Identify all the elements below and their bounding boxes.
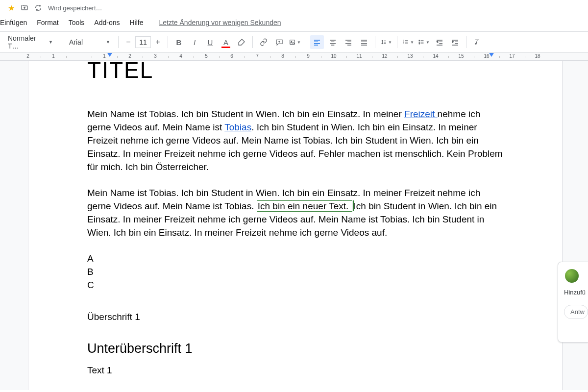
insert-link-button[interactable]	[257, 35, 270, 49]
comment-action-label: Hinzufü	[564, 289, 588, 296]
font-size-increase[interactable]: +	[152, 36, 164, 48]
decrease-indent-button[interactable]	[433, 35, 446, 49]
highlight-button[interactable]	[235, 35, 248, 49]
align-center-button[interactable]	[326, 35, 340, 49]
bold-button[interactable]: B	[172, 35, 186, 49]
sync-icon	[34, 4, 42, 12]
svg-point-7	[419, 43, 420, 44]
menu-help[interactable]: Hilfe	[129, 19, 143, 26]
clear-formatting-button[interactable]	[470, 35, 484, 49]
svg-point-6	[419, 42, 420, 43]
bulleted-list-button[interactable]: ▼	[417, 35, 431, 49]
body-text[interactable]: Text 1	[87, 365, 503, 376]
separator	[252, 36, 253, 48]
paragraph-2[interactable]: Mein Name ist Tobias. Ich bin Student in…	[87, 187, 503, 240]
suggestion-text[interactable]: Ich bin ein neuer Text.	[257, 200, 352, 212]
heading-eyebrow[interactable]: Überschrift 1	[87, 312, 503, 322]
line-spacing-button[interactable]: ▼	[379, 35, 393, 49]
paragraph-style-dropdown[interactable]: Normaler T… ▼	[4, 35, 57, 49]
toolbar: Normaler T… ▼ Arial ▼ − + B I U A ▼	[0, 31, 588, 53]
list-item: A	[87, 252, 503, 266]
separator	[375, 36, 375, 48]
add-comment-button[interactable]	[272, 35, 286, 49]
last-change-link[interactable]: Letzte Änderung vor wenigen Sekunden	[159, 19, 281, 26]
chevron-down-icon: ▼	[426, 40, 430, 45]
font-size-decrease[interactable]: −	[122, 36, 134, 48]
save-status: Wird gespeichert…	[48, 4, 102, 12]
font-family-dropdown[interactable]: Arial ▼	[65, 35, 114, 49]
font-size-input[interactable]	[135, 36, 151, 48]
avatar	[564, 268, 580, 284]
align-left-button[interactable]	[310, 35, 324, 49]
title-bar: ★ Wird gespeichert…	[0, 0, 588, 16]
menu-tools[interactable]: Tools	[69, 19, 85, 26]
chevron-down-icon: ▼	[297, 40, 301, 45]
link-freizeit[interactable]: Freizeit	[404, 109, 438, 119]
chevron-down-icon: ▼	[49, 40, 53, 45]
star-icon[interactable]: ★	[8, 3, 15, 13]
separator	[118, 36, 119, 48]
chevron-down-icon: ▼	[410, 40, 414, 45]
font-size-group: − +	[122, 36, 164, 48]
font-family-label: Arial	[69, 38, 83, 46]
comment-card[interactable]: Hinzufü Antw	[558, 262, 588, 343]
list-item: C	[87, 279, 503, 292]
menu-format[interactable]: Format	[37, 19, 58, 26]
chevron-down-icon: ▼	[388, 40, 392, 45]
menu-bar: Einfügen Format Tools Add-ons Hilfe Letz…	[0, 16, 588, 31]
separator	[61, 36, 61, 48]
separator	[466, 36, 466, 48]
paragraph-1[interactable]: Mein Name ist Tobias. Ich bin Student in…	[87, 108, 503, 174]
document-canvas: TITEL Mein Name ist Tobias. Ich bin Stud…	[0, 61, 588, 390]
document-page[interactable]: TITEL Mein Name ist Tobias. Ich bin Stud…	[28, 61, 563, 390]
increase-indent-button[interactable]	[448, 35, 462, 49]
underline-button[interactable]: U	[203, 35, 217, 49]
chevron-down-icon: ▼	[106, 40, 110, 45]
menu-addons[interactable]: Add-ons	[94, 19, 120, 26]
move-folder-icon[interactable]	[21, 4, 28, 12]
align-justify-button[interactable]	[357, 35, 371, 49]
svg-text:3: 3	[403, 43, 404, 45]
separator	[168, 36, 168, 48]
list-item: B	[87, 266, 503, 279]
separator	[306, 36, 306, 48]
insert-image-button[interactable]: ▼	[288, 35, 302, 49]
align-right-button[interactable]	[342, 35, 355, 49]
numbered-list-button[interactable]: 123 ▼	[401, 35, 415, 49]
document-title[interactable]: TITEL	[87, 61, 503, 83]
menu-insert[interactable]: Einfügen	[0, 19, 27, 26]
svg-point-5	[419, 40, 420, 41]
italic-button[interactable]: I	[188, 35, 201, 49]
text-color-swatch	[221, 47, 230, 48]
paragraph-style-label: Normaler T…	[8, 34, 49, 50]
separator	[397, 36, 397, 48]
comment-reply-input[interactable]: Antw	[564, 305, 588, 319]
horizontal-ruler[interactable]: 21123456789101112131415161718	[0, 53, 588, 61]
link-tobias[interactable]: Tobias	[224, 122, 251, 132]
list-block[interactable]: A B C	[87, 252, 503, 292]
sub-heading[interactable]: Unterüberschrift 1	[87, 341, 503, 356]
text-color-button[interactable]: A	[219, 35, 233, 49]
